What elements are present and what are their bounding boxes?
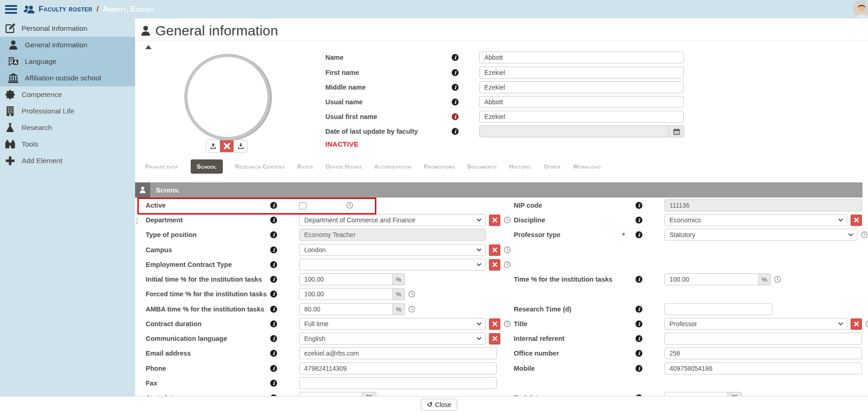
history-clock-icon[interactable]	[408, 290, 415, 298]
email-input[interactable]	[299, 347, 497, 359]
employment-contract-type-select[interactable]	[299, 259, 486, 271]
office-number-input[interactable]	[664, 347, 862, 359]
first-name-input[interactable]	[479, 67, 684, 79]
history-clock-icon[interactable]	[861, 231, 868, 238]
info-icon[interactable]	[270, 291, 277, 298]
sidebar-item-affiliation-outside-school[interactable]: Affiliation outside school	[0, 70, 135, 86]
hamburger-menu-icon[interactable]	[5, 5, 17, 14]
calendar-button[interactable]	[669, 125, 684, 137]
info-icon[interactable]	[635, 217, 642, 224]
info-icon[interactable]	[452, 84, 459, 91]
info-icon[interactable]	[270, 365, 277, 372]
info-icon[interactable]	[635, 276, 642, 283]
info-icon[interactable]	[452, 99, 459, 106]
tab-private-data[interactable]: Private data	[145, 164, 178, 170]
info-icon[interactable]	[270, 261, 277, 268]
info-icon-required[interactable]	[452, 113, 459, 120]
info-icon[interactable]	[270, 335, 277, 342]
amba-time-input[interactable]	[299, 303, 393, 315]
sidebar-item-tools[interactable]: Tools	[0, 136, 135, 153]
clear-button[interactable]	[489, 215, 500, 226]
history-clock-icon[interactable]	[346, 202, 353, 209]
photo-delete-button[interactable]	[220, 140, 233, 152]
clear-button[interactable]	[489, 333, 500, 345]
tab-office-hours[interactable]: Office Hours	[325, 164, 362, 170]
mobile-input[interactable]	[664, 362, 862, 374]
clear-button[interactable]	[489, 244, 500, 256]
professor-type-select[interactable]: Statutory	[664, 229, 857, 241]
tab-accreditation[interactable]: Accreditation	[374, 164, 411, 170]
drag-handle-icon[interactable]	[134, 218, 137, 224]
communication-language-select[interactable]: English	[299, 333, 486, 345]
sidebar-item-research[interactable]: Research	[0, 119, 135, 136]
internal-referent-input[interactable]	[664, 333, 862, 345]
user-avatar[interactable]	[853, 0, 868, 18]
middle-name-input[interactable]	[479, 81, 684, 93]
sidebar-item-language[interactable]: Language	[0, 53, 135, 70]
discipline-select[interactable]: Economics	[664, 214, 847, 226]
sidebar-item-general-information[interactable]: General information	[0, 37, 135, 53]
sidebar-item-competence[interactable]: Competence	[0, 86, 135, 103]
history-clock-icon[interactable]	[504, 320, 511, 328]
tab-workload[interactable]: Workload	[573, 164, 601, 170]
usual-name-input[interactable]	[479, 96, 684, 108]
close-button[interactable]: Close	[421, 399, 457, 411]
drag-handle-icon[interactable]	[134, 188, 137, 195]
clear-button[interactable]	[489, 318, 500, 330]
sidebar-item-add-element[interactable]: Add Element	[0, 153, 135, 169]
clear-button[interactable]	[851, 318, 862, 330]
info-icon[interactable]	[270, 247, 277, 254]
tab-other[interactable]: Other	[544, 164, 561, 170]
info-icon[interactable]	[452, 54, 459, 61]
info-icon[interactable]	[270, 350, 277, 357]
campus-select[interactable]: London	[299, 244, 486, 256]
app-brand[interactable]: Faculty roster	[39, 5, 92, 14]
department-select[interactable]: Department of Commerce and Finance	[299, 214, 486, 226]
info-icon[interactable]	[635, 321, 642, 328]
tab-historic[interactable]: Historic	[509, 164, 532, 170]
history-clock-icon[interactable]	[774, 276, 781, 283]
initial-time-input[interactable]	[299, 273, 393, 285]
info-icon[interactable]	[270, 306, 277, 313]
tab-rates[interactable]: Rates	[297, 164, 313, 170]
phone-input[interactable]	[299, 362, 497, 374]
info-icon[interactable]	[635, 365, 642, 372]
collapse-panel-arrow-icon[interactable]	[145, 45, 152, 49]
history-clock-icon[interactable]	[504, 216, 511, 224]
clear-button[interactable]	[851, 215, 862, 226]
tab-research-centers[interactable]: Research Centers	[235, 164, 285, 170]
info-icon[interactable]	[635, 232, 642, 238]
photo-download-button[interactable]	[233, 140, 247, 152]
tab-documents[interactable]: Documents	[467, 164, 497, 170]
forced-time-input[interactable]	[299, 288, 393, 300]
title-select[interactable]: Professor	[664, 318, 847, 330]
contract-duration-select[interactable]: Full time	[299, 318, 486, 330]
info-icon[interactable]	[635, 202, 642, 209]
info-icon[interactable]	[452, 69, 459, 76]
photo-upload-button[interactable]	[206, 140, 220, 152]
info-icon[interactable]	[452, 128, 459, 135]
info-icon[interactable]	[270, 276, 277, 283]
tab-promotions[interactable]: Promotions	[424, 164, 455, 170]
history-clock-icon[interactable]	[408, 306, 415, 313]
tab-school[interactable]: School	[191, 159, 223, 174]
name-input[interactable]	[479, 51, 684, 63]
usual-first-name-input[interactable]	[479, 111, 684, 123]
info-icon[interactable]	[635, 350, 642, 357]
info-icon[interactable]	[635, 306, 642, 313]
sidebar-item-professional-life[interactable]: Professional Life	[0, 103, 135, 119]
research-time-input[interactable]	[664, 303, 772, 315]
info-icon[interactable]	[270, 232, 277, 238]
info-icon[interactable]	[635, 335, 642, 342]
active-checkbox[interactable]	[299, 202, 306, 209]
clear-button[interactable]	[489, 259, 500, 271]
fax-input[interactable]	[299, 377, 497, 389]
history-clock-icon[interactable]	[865, 320, 868, 328]
info-icon[interactable]	[270, 321, 277, 328]
sidebar-item-personal-information[interactable]: Personal Information	[0, 20, 135, 37]
info-icon[interactable]	[270, 202, 277, 209]
time-percent-input[interactable]	[664, 273, 759, 285]
info-icon[interactable]	[270, 380, 277, 387]
info-icon[interactable]	[270, 217, 277, 224]
history-clock-icon[interactable]	[504, 246, 511, 254]
